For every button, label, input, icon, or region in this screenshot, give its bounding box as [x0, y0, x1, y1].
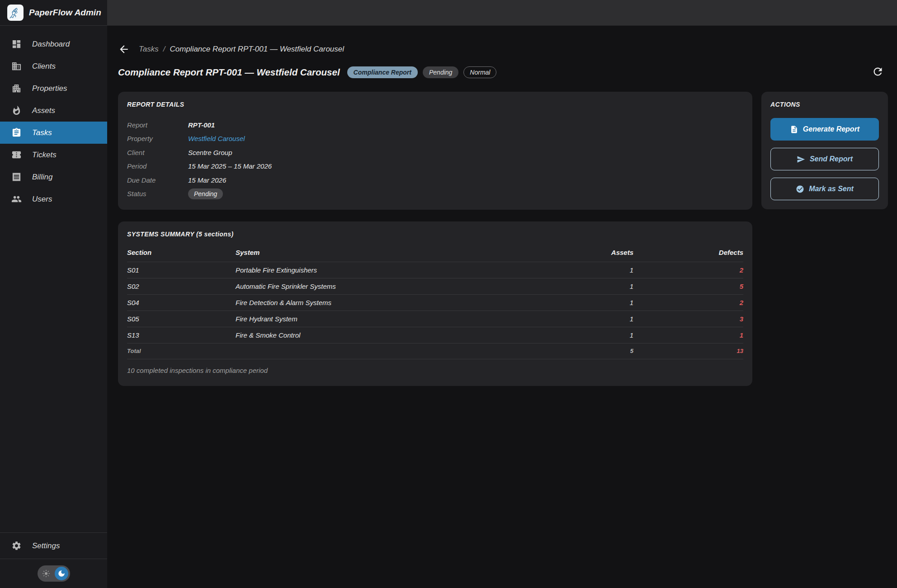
system-cell: Portable Fire Extinguishers	[236, 266, 579, 274]
report-id-value: RPT-001	[188, 121, 215, 129]
system-cell: Automatic Fire Sprinkler Systems	[236, 282, 579, 290]
dashboard-icon	[11, 39, 22, 50]
total-defects: 13	[633, 348, 743, 354]
theme-toggle[interactable]	[38, 565, 70, 582]
dark-mode-button[interactable]	[55, 567, 68, 580]
assets-cell: 1	[579, 331, 633, 339]
table-total-row: Total 5 13	[127, 343, 743, 358]
assets-cell: 1	[579, 266, 633, 274]
sidebar-item-label: Settings	[32, 541, 60, 550]
section-cell: S02	[127, 282, 236, 290]
detail-label: Status	[127, 190, 188, 198]
content: Tasks / Compliance Report RPT-001 — West…	[107, 26, 897, 588]
detail-row-client: Client Scentre Group	[127, 146, 743, 160]
sidebar-item-users[interactable]: Users	[0, 188, 107, 210]
properties-icon	[11, 83, 22, 94]
defects-cell: 5	[633, 282, 743, 290]
main-area: Tasks / Compliance Report RPT-001 — West…	[107, 0, 897, 588]
detail-label: Period	[127, 162, 188, 170]
back-button[interactable]	[118, 43, 131, 56]
table-row: S02 Automatic Fire Sprinkler Systems 1 5	[127, 278, 743, 294]
sidebar-item-label: Billing	[32, 173, 52, 182]
left-column: REPORT DETAILS Report RPT-001 Property W…	[118, 92, 752, 386]
client-value: Scentre Group	[188, 149, 232, 156]
back-arrow-icon	[118, 43, 130, 55]
sidebar-item-label: Tasks	[32, 128, 52, 137]
button-label: Send Report	[810, 155, 853, 163]
table-row: S01 Portable Fire Extinguishers 1 2	[127, 262, 743, 278]
send-icon	[797, 155, 805, 164]
property-link[interactable]: Westfield Carousel	[188, 135, 245, 142]
actions-heading: ACTIONS	[770, 101, 879, 108]
report-type-badge: Compliance Report	[347, 66, 418, 78]
system-cell: Fire Detection & Alarm Systems	[236, 299, 579, 306]
column-header-system: System	[236, 249, 579, 256]
send-report-button[interactable]: Send Report	[770, 148, 879, 170]
total-assets: 5	[579, 348, 633, 354]
defects-cell: 1	[633, 331, 743, 339]
due-date-value: 15 Mar 2026	[188, 176, 226, 184]
assets-cell: 1	[579, 315, 633, 323]
button-label: Mark as Sent	[809, 185, 854, 193]
mark-as-sent-button[interactable]: Mark as Sent	[770, 178, 879, 200]
sidebar-item-assets[interactable]: Assets	[0, 99, 107, 122]
systems-summary-card: SYSTEMS SUMMARY (5 sections) Section Sys…	[118, 221, 752, 386]
detail-row-property: Property Westfield Carousel	[127, 132, 743, 146]
kangaroo-logo-icon	[9, 6, 22, 19]
systems-summary-footer: 10 completed inspections in compliance p…	[127, 359, 743, 377]
sidebar-item-label: Assets	[32, 106, 55, 115]
actions-card: ACTIONS Generate Report Send Report Mark…	[761, 92, 888, 209]
sidebar-item-label: Users	[32, 195, 52, 204]
priority-badge: Normal	[463, 66, 496, 78]
detail-label: Client	[127, 149, 188, 156]
generate-report-button[interactable]: Generate Report	[770, 118, 879, 141]
refresh-icon	[872, 66, 884, 78]
assets-cell: 1	[579, 299, 633, 306]
users-icon	[11, 194, 22, 205]
system-cell: Fire Hydrant System	[236, 315, 579, 323]
report-details-heading: REPORT DETAILS	[127, 101, 743, 108]
sidebar-item-label: Dashboard	[32, 40, 70, 49]
report-details-card: REPORT DETAILS Report RPT-001 Property W…	[118, 92, 752, 210]
assets-cell: 1	[579, 282, 633, 290]
assets-icon	[11, 105, 22, 116]
section-cell: S04	[127, 299, 236, 306]
defects-cell: 3	[633, 315, 743, 323]
theme-toggle-area	[0, 559, 107, 588]
sidebar-item-properties[interactable]: Properties	[0, 77, 107, 99]
sidebar-item-settings[interactable]: Settings	[0, 533, 107, 559]
column-header-defects: Defects	[633, 249, 743, 256]
period-value: 15 Mar 2025 – 15 Mar 2026	[188, 162, 272, 170]
table-header-row: Section System Assets Defects	[127, 245, 743, 262]
breadcrumb-parent[interactable]: Tasks	[139, 45, 159, 54]
sidebar-item-label: Tickets	[32, 151, 57, 160]
sidebar-item-tickets[interactable]: Tickets	[0, 144, 107, 166]
detail-label: Due Date	[127, 176, 188, 184]
table-row: S04 Fire Detection & Alarm Systems 1 2	[127, 294, 743, 310]
detail-label: Property	[127, 135, 188, 142]
system-cell: Fire & Smoke Control	[236, 331, 579, 339]
billing-icon	[11, 172, 22, 183]
column-header-assets: Assets	[579, 249, 633, 256]
button-label: Generate Report	[803, 125, 859, 133]
sidebar-item-tasks[interactable]: Tasks	[0, 122, 107, 144]
sidebar-item-dashboard[interactable]: Dashboard	[0, 33, 107, 55]
tickets-icon	[11, 150, 22, 160]
status-pill: Pending	[188, 188, 223, 199]
light-mode-button[interactable]	[39, 567, 53, 580]
sidebar-item-clients[interactable]: Clients	[0, 55, 107, 77]
clients-icon	[11, 61, 22, 72]
sidebar-item-billing[interactable]: Billing	[0, 166, 107, 188]
table-row: S13 Fire & Smoke Control 1 1	[127, 327, 743, 343]
section-cell: S01	[127, 266, 236, 274]
tasks-icon	[11, 127, 22, 138]
app-logo	[7, 5, 24, 21]
refresh-button[interactable]	[872, 66, 885, 79]
gear-icon	[11, 541, 22, 551]
title-row: Compliance Report RPT-001 — Westfield Ca…	[118, 66, 888, 79]
column-header-section: Section	[127, 249, 236, 256]
section-cell: S05	[127, 315, 236, 323]
sidebar-header: PaperFlow Admin	[0, 0, 107, 26]
sidebar-item-label: Clients	[32, 62, 56, 71]
detail-row-report: Report RPT-001	[127, 118, 743, 132]
